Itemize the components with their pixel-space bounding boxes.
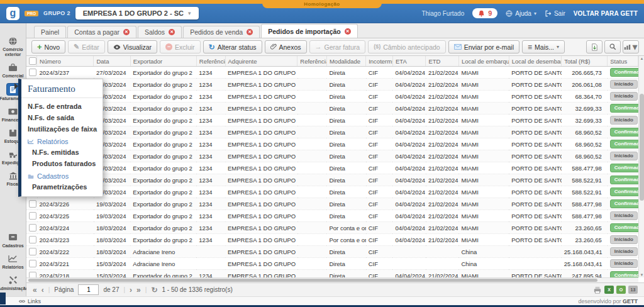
column-header-referencia2[interactable]: Referência [297, 56, 327, 67]
excluir-button[interactable]: − Excluir [160, 40, 201, 53]
vertical-scrollbar[interactable]: ▲ ▼ [638, 56, 644, 277]
menu-section-relatorios[interactable]: Relatórios [21, 135, 103, 147]
gett-logo[interactable]: g [6, 7, 19, 20]
column-header-referencia[interactable]: Referência [196, 56, 225, 67]
row-checkbox[interactable] [29, 236, 36, 243]
table-row[interactable]: 2024/3/23526/03/2024Exportador do grupo … [26, 91, 638, 103]
column-header-numero[interactable]: Número [37, 56, 94, 67]
close-icon[interactable]: ✕ [247, 29, 253, 35]
table-row[interactable]: 2024/3/23426/03/2024Exportador do grupo … [26, 103, 638, 114]
menu-item-inutilizacoes[interactable]: Inutilizações de faixa [21, 123, 103, 135]
table-row[interactable]: 2024/3/22318/03/2024Exportador do grupo … [26, 234, 638, 246]
table-row[interactable]: 2024/3/22719/03/2024Exportador do grupo … [26, 186, 638, 198]
horizontal-scrollbar[interactable] [26, 277, 638, 282]
menu-item-nfs-emitidas[interactable]: N.Fs. emitidas [21, 147, 103, 158]
company-selector[interactable]: EMPRESA 1 DO GRUPO 2 - SC ▾ [75, 7, 199, 20]
column-header-data[interactable]: Data [94, 56, 130, 67]
cell-modalidade: Direta [326, 126, 365, 138]
links-button[interactable]: Links [19, 298, 41, 304]
cambio-antecipado-button[interactable]: ($) Câmbio antecipado [368, 40, 445, 53]
sidebar-item-administracao[interactable]: Administração [0, 275, 26, 291]
table-row[interactable]: 2024/3/22418/03/2024Exportador do grupo … [26, 222, 638, 234]
column-header-incoterms[interactable]: Incoterms⇅ [366, 56, 393, 67]
table-row[interactable]: 2024/3/22921/03/2024Exportador do grupo … [26, 162, 638, 174]
menu-item-nfs-saida[interactable]: N.Fs. de saída [21, 112, 103, 123]
table-row[interactable]: 2024/3/23022/03/2024Exportador do grupo … [26, 150, 638, 162]
column-header-adquirente[interactable]: Adquirente [225, 56, 297, 67]
menu-item-produtos-faturados[interactable]: Produtos faturados [21, 158, 103, 169]
tab-pedidos-de-venda[interactable]: Pedidos de venda ✕ [183, 26, 260, 38]
editar-button[interactable]: ✎ Editar [68, 40, 105, 53]
column-header-etd[interactable]: ETD [426, 56, 459, 67]
sidebar-item-relatorios[interactable]: Relatórios [0, 254, 26, 270]
export-xls-icon[interactable]: X [604, 286, 614, 294]
row-checkbox[interactable] [29, 200, 36, 208]
logout-button[interactable]: Sair [545, 10, 565, 17]
column-header-embarque[interactable]: Local de embarque [458, 56, 509, 67]
refresh-icon[interactable]: ↻ [151, 286, 157, 294]
tab-painel[interactable]: Painel [34, 26, 66, 38]
export-button[interactable] [586, 40, 602, 53]
cell-numero: 2024/3/222 [37, 246, 94, 258]
tab-contas-a-pagar[interactable]: Contas a pagar ✕ [67, 26, 136, 38]
close-icon[interactable]: ✕ [123, 29, 130, 35]
table-row[interactable]: 2024/3/23222/03/2024Exportador do grupo … [26, 126, 638, 138]
scroll-up-icon[interactable]: ▲ [639, 57, 644, 60]
row-checkbox[interactable] [29, 212, 36, 220]
print-icon[interactable] [593, 286, 602, 294]
page-input[interactable] [78, 284, 99, 295]
previous-page-button[interactable]: ‹ [42, 286, 44, 294]
scroll-down-icon[interactable]: ▼ [639, 273, 644, 277]
mais-button[interactable]: ≡ Mais... ▾ [522, 40, 565, 53]
row-checkbox[interactable] [29, 260, 36, 267]
menu-item-parametrizacoes[interactable]: Parametrizações [21, 181, 103, 193]
table-row[interactable]: 2024/3/23727/03/2024Exportador do grupo … [26, 67, 638, 79]
back-to-gett-button[interactable]: VOLTAR PARA GETT [574, 10, 638, 17]
panel-toggle-handle[interactable] [0, 293, 6, 304]
select-all-checkbox[interactable] [29, 57, 36, 65]
row-checkbox[interactable] [29, 224, 36, 232]
table-row[interactable]: 2024/3/23122/03/2024Exportador do grupo … [26, 138, 638, 150]
sidebar-item-cadastros[interactable]: Cadastros [0, 232, 26, 248]
column-header-total[interactable]: Total (R$) [562, 56, 608, 67]
last-page-button[interactable]: » [136, 286, 141, 294]
row-checkbox[interactable] [29, 69, 36, 76]
export-csv-icon[interactable]: 13 [628, 286, 638, 294]
sidebar-item-comercial[interactable]: Comercial [0, 62, 26, 79]
help-button[interactable]: Ajuda ▾ [506, 10, 536, 17]
next-page-button[interactable]: › [130, 286, 132, 294]
close-icon[interactable]: ✕ [345, 28, 351, 35]
table-row[interactable]: 2024/3/23627/03/2024Exportador do grupo … [26, 79, 638, 91]
table-row[interactable]: 2024/3/23326/03/2024Exportador do grupo … [26, 114, 638, 126]
row-checkbox[interactable] [29, 248, 36, 255]
table-row[interactable]: 2024/3/22115/03/2024Adraciane IrenoEMPRE… [26, 258, 638, 270]
enviar-email-button[interactable]: Enviar por e-mail [448, 40, 519, 53]
export-ods-icon[interactable]: O [616, 286, 626, 294]
column-header-desembarque[interactable]: Local de desembarque [509, 56, 562, 67]
horizontal-scroll-thumb[interactable] [28, 279, 597, 282]
menu-item-nfs-entrada[interactable]: N.Fs. de entrada [21, 101, 103, 112]
table-row[interactable]: 2024/3/22218/03/2024Adraciane IrenoEMPRE… [26, 246, 638, 258]
close-icon[interactable]: ✕ [169, 29, 175, 35]
tab-pedidos-de-importacao[interactable]: Pedidos de importação ✕ [261, 24, 358, 38]
search-button[interactable] [604, 40, 621, 53]
column-header-exportador[interactable]: Exportador [130, 56, 196, 67]
column-header-modalidade[interactable]: Modalidade [326, 56, 365, 67]
tab-saldos[interactable]: Saldos ✕ [138, 26, 182, 38]
table-row[interactable]: 2024/3/22619/03/2024Exportador do grupo … [26, 198, 638, 210]
notifications-button[interactable]: 9 [472, 8, 497, 18]
menu-section-cadastros[interactable]: Cadastros [21, 169, 103, 181]
gerar-fatura-button[interactable]: → Gerar fatura [309, 40, 366, 53]
visualizar-button[interactable]: Visualizar [108, 40, 157, 53]
anexos-button[interactable]: Anexos [265, 40, 307, 53]
first-page-button[interactable]: « [33, 286, 37, 294]
column-header-eta[interactable]: ETA [392, 56, 426, 67]
table-row[interactable]: 2024/3/22519/03/2024Exportador do grupo … [26, 210, 638, 222]
vertical-scroll-thumb[interactable] [640, 94, 644, 201]
novo-button[interactable]: + Novo [31, 40, 65, 53]
sidebar-item-comercio-exterior[interactable]: Comércio exterior [0, 36, 26, 57]
chart-view-button[interactable]: ▾ [623, 40, 639, 53]
table-row[interactable]: 2024/3/22820/03/2024Exportador do grupo … [26, 174, 638, 186]
alterar-status-button[interactable]: ↻ Alterar status [203, 40, 262, 53]
column-header-status[interactable]: Status [608, 56, 638, 67]
